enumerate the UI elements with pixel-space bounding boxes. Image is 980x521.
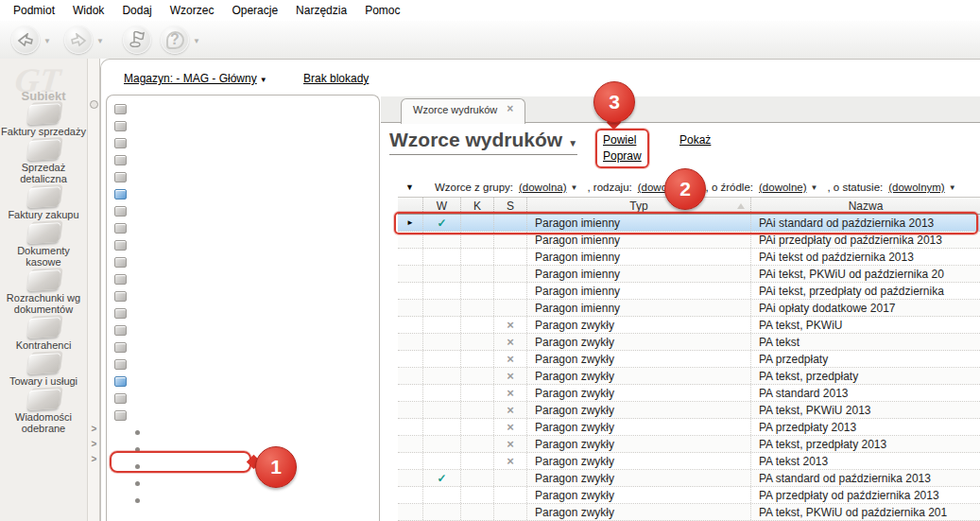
k-cell <box>460 317 493 333</box>
flag-icon[interactable] <box>123 26 151 54</box>
sidebar-module-contractors[interactable]: Kontrahenci <box>1 318 86 351</box>
received-messages-icon <box>26 389 60 410</box>
table-row[interactable]: ×Paragon zwykłyPA tekst, przedpłaty <box>398 368 980 385</box>
tree-item-finance[interactable] <box>107 168 379 185</box>
expand-chevron-icon[interactable]: > <box>88 439 100 449</box>
tree-item-reports[interactable] <box>107 390 379 407</box>
tree-item-card-files[interactable] <box>107 321 379 339</box>
tree-subitem-parametry[interactable] <box>107 424 379 441</box>
back-caret-icon[interactable]: ▼ <box>43 37 51 45</box>
sidebar-module-retail-sales[interactable]: Sprzedaż detaliczna <box>1 140 86 184</box>
table-row[interactable]: ×Paragon zwykłyPA przedpłaty <box>398 351 980 368</box>
table-row[interactable]: ×Paragon zwykłyPA tekst, PKWiU <box>398 317 980 334</box>
tree-subitem-ustawienia-wiadomo-ci[interactable] <box>107 492 379 509</box>
pin-icon[interactable] <box>90 100 98 109</box>
filter-funnel-icon[interactable]: ▼ <box>405 182 414 192</box>
w-cell <box>422 453 460 469</box>
tree-item-warehouse[interactable] <box>107 151 379 168</box>
sidebar-module-received-messages[interactable]: Wiadomości odebrane <box>1 390 86 434</box>
page-title[interactable]: Wzorce wydruków▼ <box>389 129 577 155</box>
filter-value-3[interactable]: (dowolnym) <box>888 182 944 193</box>
help-bubble-icon[interactable]: ? <box>161 26 189 54</box>
k-cell <box>460 504 493 520</box>
typ-cell: Paragon zwykły <box>526 436 750 452</box>
table-row[interactable]: Paragon imiennyPAi opłaty dodatkowe 2017 <box>398 300 980 317</box>
current-row-marker-cell <box>398 266 422 282</box>
table-row[interactable]: ×Paragon zwykłyPA tekst, PKWiU 2013 <box>398 402 980 419</box>
k-cell <box>460 453 493 469</box>
table-row[interactable]: ×Paragon zwykłyPA standard 2013 <box>398 385 980 402</box>
menu-item-podmiot[interactable]: Podmiot <box>5 1 64 20</box>
w-cell <box>422 249 460 265</box>
menu-item-pomoc[interactable]: Pomoc <box>356 1 409 20</box>
help-caret-icon[interactable]: ▼ <box>193 37 200 45</box>
sidebar-module-sales-invoices[interactable]: Faktury sprzedaży <box>1 104 86 137</box>
table-row[interactable]: Paragon zwykłyPA tekst, PKWiU od paździe… <box>398 504 980 521</box>
filter-value-0[interactable]: (dowolna) <box>519 182 567 193</box>
w-cell <box>422 487 460 503</box>
tab-wzorce-wydrukow[interactable]: Wzorce wydruków × <box>401 98 525 124</box>
nazwa-cell: PA tekst <box>750 334 980 350</box>
current-row-marker-cell <box>398 351 422 367</box>
tree-item-settlements[interactable] <box>107 202 379 219</box>
back-arrow-icon[interactable] <box>11 26 40 54</box>
tree-item-vendero[interactable] <box>107 373 379 390</box>
table-row[interactable]: ✓Paragon zwykłyPA standard od październi… <box>398 470 980 487</box>
tree-item-sales[interactable] <box>107 117 379 134</box>
menu-item-narzędzia[interactable]: Narzędzia <box>287 1 356 20</box>
forward-caret-icon[interactable]: ▼ <box>96 37 104 45</box>
s-cell: × <box>493 419 526 435</box>
table-row[interactable]: ×Paragon zwykłyPA tekst 2013 <box>398 453 980 470</box>
annotation-box-selected-row <box>394 212 978 234</box>
menu-item-operacje[interactable]: Operacje <box>223 1 287 20</box>
s-cell: × <box>493 317 526 333</box>
k-cell <box>460 402 493 418</box>
tree-item-labels[interactable] <box>107 356 379 373</box>
filter-label-1: , rodzaju: <box>587 182 631 193</box>
menu-item-wzorzec[interactable]: Wzorzec <box>162 1 224 20</box>
expand-chevron-icon[interactable]: > <box>88 424 100 434</box>
typ-cell: Paragon zwykły <box>526 402 750 418</box>
w-cell <box>422 334 460 350</box>
filter-value-2[interactable]: (dowolne) <box>759 182 807 193</box>
tree-item-activities[interactable] <box>107 219 379 236</box>
tree-item-declarations[interactable] <box>107 287 379 304</box>
sidebar-module-settlements-by-documents[interactable]: Rozrachunki wg dokumentów <box>1 270 86 315</box>
pokaz-link[interactable]: Pokaż <box>679 133 711 147</box>
table-row[interactable]: Paragon imiennyPAi tekst, PKWiU od paźdz… <box>398 266 980 283</box>
tree-item-online-banking[interactable] <box>107 185 379 202</box>
module-strip: modułów >>> <box>87 59 100 521</box>
cross-icon: × <box>507 403 514 417</box>
tree-item-administration[interactable] <box>107 407 379 424</box>
tree-item-personal-data[interactable] <box>107 339 379 356</box>
expand-chevron-icon[interactable]: > <box>88 454 100 464</box>
contractors-icon <box>26 317 60 339</box>
sidebar-module-goods-services[interactable]: Towary i usługi <box>1 354 86 387</box>
close-icon[interactable]: × <box>507 104 513 113</box>
current-row-marker-cell <box>398 385 422 401</box>
table-row[interactable]: ×Paragon zwykłyPA przedpłaty 2013 <box>398 419 980 436</box>
current-row-marker-cell <box>398 317 422 333</box>
menu-item-dodaj[interactable]: Dodaj <box>113 1 161 20</box>
table-row[interactable]: Paragon imiennyPAi tekst od października… <box>398 249 980 266</box>
lock-status-link[interactable]: Brak blokady <box>303 72 369 85</box>
tree-item-home[interactable] <box>107 100 379 117</box>
tree-item-calendar[interactable] <box>107 236 379 253</box>
forward-arrow-icon[interactable] <box>64 26 93 54</box>
tree-item-records[interactable] <box>107 304 379 321</box>
annotation-box-wzorce-wydrukow <box>110 451 251 473</box>
tree-item-messages[interactable] <box>107 253 379 270</box>
sidebar-module-cash-documents[interactable]: Dokumenty kasowe <box>1 223 86 268</box>
menu-item-widok[interactable]: Widok <box>64 1 113 20</box>
current-row-marker-cell <box>398 504 422 520</box>
sidebar-module-purchase-invoices[interactable]: Faktury zakupu <box>1 187 86 220</box>
table-row[interactable]: ×Paragon zwykłyPA tekst, przedpłaty 2013 <box>398 436 980 453</box>
tree-item-purchase[interactable] <box>107 134 379 151</box>
warehouse-selector-link[interactable]: Magazyn: - MAG - Główny▼ <box>124 72 267 85</box>
table-row[interactable]: Paragon imiennyPAi tekst, przedpłaty od … <box>398 283 980 300</box>
table-row[interactable]: ×Paragon zwykłyPA tekst <box>398 334 980 351</box>
table-row[interactable]: Paragon zwykłyPA przedpłaty od październ… <box>398 487 980 504</box>
w-cell: ✓ <box>422 470 460 486</box>
tree-item-price-policy[interactable] <box>107 270 379 287</box>
tree-subitem-biblioteka-dokument-w[interactable] <box>107 475 379 492</box>
